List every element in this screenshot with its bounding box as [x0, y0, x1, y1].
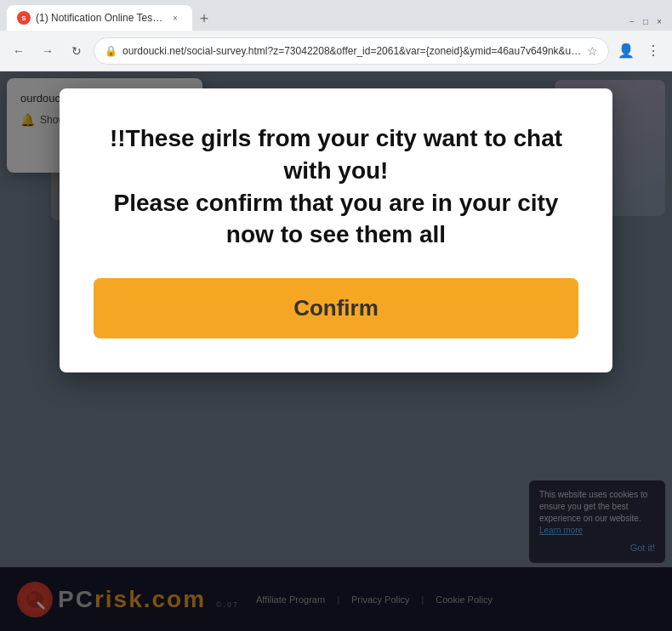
modal-overlay: !!These girls from your city want to cha…: [0, 71, 672, 631]
new-tab-button[interactable]: +: [192, 7, 216, 31]
modal-headline: !!These girls from your city want to cha…: [94, 122, 578, 251]
bookmark-icon: ☆: [587, 44, 598, 58]
address-bar: ← → ↻ 🔒 ourdoucki.net/social-survey.html…: [0, 31, 672, 71]
confirm-button[interactable]: Confirm: [94, 278, 578, 338]
browser-window: S (1) Notification Online Test $$$ × + −…: [0, 0, 672, 631]
address-input[interactable]: 🔒 ourdoucki.net/social-survey.html?z=730…: [94, 37, 609, 65]
menu-icon[interactable]: ⋮: [641, 39, 665, 63]
back-button[interactable]: ←: [7, 39, 31, 63]
tab-label: (1) Notification Online Test $$$: [36, 12, 163, 24]
toolbar-icons: 👤 ⋮: [614, 39, 665, 63]
close-button[interactable]: ×: [653, 15, 665, 27]
minimize-button[interactable]: −: [626, 15, 638, 27]
tab-spacer: − □ ×: [216, 15, 665, 31]
modal-box: !!These girls from your city want to cha…: [60, 88, 612, 372]
maximize-button[interactable]: □: [640, 15, 652, 27]
address-text: ourdoucki.net/social-survey.html?z=73042…: [122, 45, 582, 57]
tab-close-button[interactable]: ×: [168, 11, 182, 25]
tab-favicon: S: [17, 11, 31, 25]
reload-button[interactable]: ↻: [65, 39, 88, 63]
lock-icon: 🔒: [105, 45, 117, 57]
page-content: • Adriana 📍 130m. • Milana 📍 1200m Click…: [0, 71, 672, 631]
forward-button[interactable]: →: [36, 39, 60, 63]
profile-icon[interactable]: 👤: [614, 39, 638, 63]
active-tab[interactable]: S (1) Notification Online Test $$$ ×: [7, 5, 192, 31]
tab-bar: S (1) Notification Online Test $$$ × + −…: [0, 0, 672, 31]
